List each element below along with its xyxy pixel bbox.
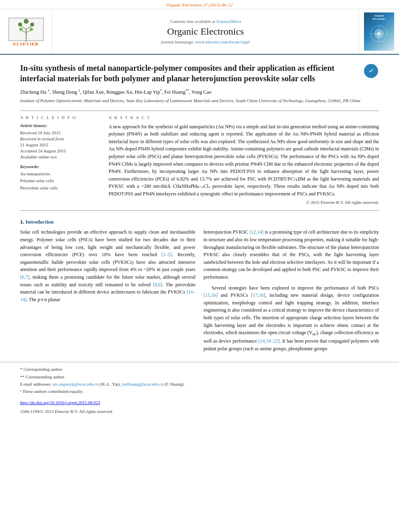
email-link-1[interactable]: ms.angusyip@scut.edu.cn	[53, 382, 99, 386]
main-content: 1. Introduction Solar cell technologies …	[0, 212, 399, 362]
section-divider	[20, 111, 379, 111]
journal-title: Organic Electronics	[167, 26, 244, 37]
body-columns: Solar cell technologies provide an effec…	[20, 228, 379, 355]
footnote-section: * Corresponding author. ** Corresponding…	[0, 362, 399, 398]
history-label: Article history:	[20, 123, 101, 128]
ref-8-9[interactable]: [8,9]	[153, 282, 162, 288]
footnote-corresponding-2: ** Corresponding author.	[20, 374, 379, 380]
abstract-text: A new approach for the synthesis of gold…	[109, 123, 379, 198]
body-right-col: heterojunction PVKSC [12,14] is a promis…	[204, 228, 379, 355]
keywords-heading: Keywords:	[20, 164, 101, 169]
footnote-corresponding-1: * Corresponding author.	[20, 366, 379, 372]
journal-citation: Organic Electronics 27 (2015) 46–52	[0, 0, 399, 9]
intro-paragraph-right-1: heterojunction PVKSC [12,14] is a promis…	[204, 228, 379, 281]
elsevier-tree-icon	[8, 17, 44, 41]
journal-info-center: Contents lists available at ScienceDirec…	[52, 9, 359, 54]
intro-paragraph-right-2: Several strategies have been explored to…	[204, 284, 379, 353]
ref-15-16[interactable]: [15,16]	[204, 292, 218, 298]
revised-date: Received in revised form	[20, 136, 101, 141]
svg-point-6	[18, 23, 22, 27]
available-online: Available online xxx	[20, 154, 101, 159]
ref-17-18[interactable]: [17,18]	[251, 292, 265, 298]
keyword-1: Au nanoparticles	[20, 170, 101, 178]
issn-text: 1566-1199/© 2015 Elsevier B.V. All right…	[20, 409, 113, 414]
intro-heading: 1. Introduction	[20, 219, 379, 225]
crossmark-section: ✓	[363, 63, 379, 79]
svg-point-7	[30, 23, 34, 27]
paper-section: In-situ synthesis of metal nanoparticle-…	[0, 55, 399, 209]
footnote-emails: E-mail addresses: ms.angusyip@scut.edu.c…	[20, 381, 379, 387]
article-info-heading: A R T I C L E I N F O	[20, 115, 101, 120]
svg-point-10	[30, 28, 33, 31]
citation-text: Organic Electronics 27 (2015) 46–52	[167, 2, 233, 7]
journal-cover-section: OrganicElectronics	[359, 9, 399, 54]
science-direct-notice: Contents lists available at ScienceDirec…	[170, 19, 241, 24]
abstract-heading: A B S T R A C T	[109, 115, 379, 120]
section-label: Introduction	[25, 219, 54, 225]
ref-14-19-22[interactable]: [14,19–22]	[258, 338, 280, 344]
elsevier-brand-text: ELSEVIER	[13, 41, 39, 46]
journal-header: ELSEVIER Contents lists available at Sci…	[0, 9, 399, 55]
ref-10-14[interactable]: [10–14]	[20, 289, 195, 302]
email-link-2[interactable]: msfhuang@scut.edu.cn	[122, 382, 163, 386]
body-left-col: Solar cell technologies provide an effec…	[20, 228, 195, 355]
doi-section: http://dx.doi.org/10.1016/j.orgel.2015.0…	[0, 398, 399, 408]
authors-line: Zhicheng Hu 1, Sheng Dong 1, Qifan Xue, …	[20, 88, 379, 95]
revised-date-val: 21 August 2015	[20, 142, 101, 147]
accepted-date: Accepted 24 August 2015	[20, 148, 101, 153]
publisher-logo-section: ELSEVIER	[0, 9, 52, 54]
elsevier-logo: ELSEVIER	[8, 17, 44, 46]
cover-graphic	[366, 21, 392, 47]
received-date: Received 19 July 2015	[20, 130, 101, 135]
ref-6-7[interactable]: [6,7]	[20, 274, 29, 280]
article-title: In-situ synthesis of metal nanoparticle-…	[20, 63, 359, 84]
abstract-column: A B S T R A C T A new approach for the s…	[109, 115, 379, 205]
svg-point-9	[19, 28, 23, 31]
journal-cover-image: OrganicElectronics	[364, 12, 394, 51]
info-abstract-columns: A R T I C L E I N F O Article history: R…	[20, 115, 379, 205]
journal-homepage: journal homepage: www.elsevier.com/locat…	[161, 39, 250, 44]
issn-section: 1566-1199/© 2015 Elsevier B.V. All right…	[0, 408, 399, 418]
article-title-row: In-situ synthesis of metal nanoparticle-…	[20, 63, 379, 84]
science-direct-link[interactable]: ScienceDirect	[216, 19, 241, 24]
section-number: 1.	[20, 219, 25, 225]
crossmark-icon: ✓	[364, 64, 378, 78]
footnote-equal-contribution: ¹ These authors contributed equally.	[20, 388, 379, 394]
copyright-text: © 2015 Elsevier B.V. All rights reserved…	[109, 200, 379, 205]
keyword-2: Polymer solar cells	[20, 177, 101, 185]
keyword-3: Perovskite solar cells	[20, 185, 101, 192]
keywords-section: Keywords: Au nanoparticles Polymer solar…	[20, 164, 101, 192]
affiliation-text: Institute of Polymer Optoelectronic Mate…	[20, 98, 379, 104]
main-divider	[20, 210, 379, 211]
ref-1-5[interactable]: [1–5]	[161, 252, 172, 257]
article-info-column: A R T I C L E I N F O Article history: R…	[20, 115, 101, 205]
svg-point-8	[24, 19, 29, 24]
intro-paragraph-1: Solar cell technologies provide an effec…	[20, 228, 195, 303]
homepage-link[interactable]: www.elsevier.com/locate/orgel	[195, 39, 250, 44]
ref-12-14[interactable]: [12,14]	[249, 229, 263, 235]
cover-title-text: OrganicElectronics	[372, 14, 386, 21]
doi-link[interactable]: http://dx.doi.org/10.1016/j.orgel.2015.0…	[20, 400, 100, 405]
